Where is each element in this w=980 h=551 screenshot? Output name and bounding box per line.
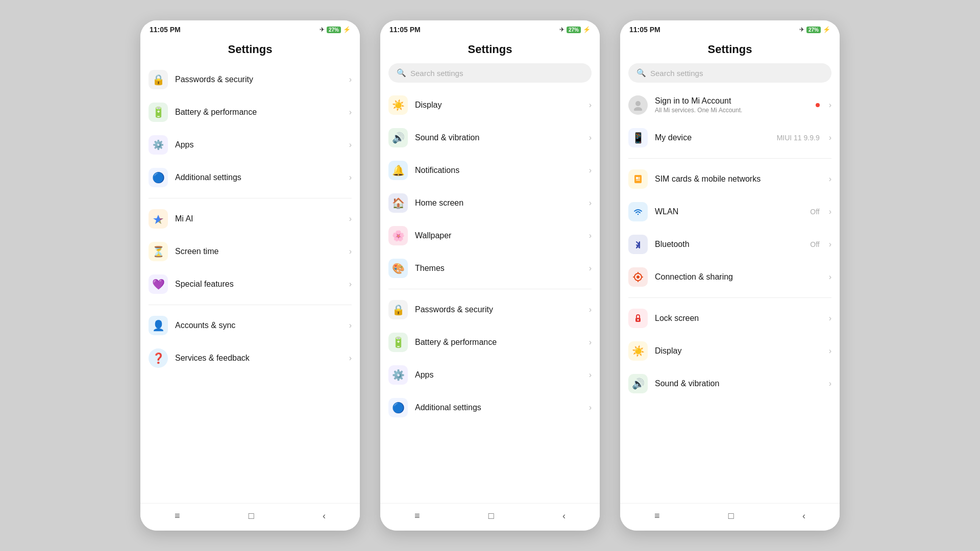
chevron-icon: › — [589, 264, 592, 273]
list-item[interactable]: 🔒 Passwords & security › — [380, 293, 600, 326]
item-label: Services & feedback — [175, 354, 342, 363]
chevron-icon: › — [349, 247, 352, 256]
list-item[interactable]: 🔔 Notifications › — [380, 154, 600, 187]
list-item[interactable]: ☀️ Display › — [620, 335, 840, 367]
item-value: MIUI 11 9.9.9 — [777, 134, 820, 142]
list-item[interactable]: WLAN Off › — [620, 195, 840, 228]
list-item[interactable]: ❓ Services & feedback › — [140, 342, 360, 374]
list-item[interactable]: 🏠 Home screen › — [380, 187, 600, 219]
search-bar-wrap-2: 🔍 Search settings — [380, 63, 600, 89]
airplane-icon: ✈ — [799, 26, 804, 33]
back-button[interactable]: ‹ — [802, 511, 805, 521]
battery-icon: 🔋 — [388, 333, 408, 352]
phone-panel-1: 11:05 PM ✈ 27% ⚡ Settings 🔒 Passwords & … — [140, 20, 360, 531]
item-label: Connection & sharing — [655, 272, 822, 282]
page-title-1: Settings — [140, 37, 360, 63]
menu-button[interactable]: ≡ — [414, 511, 420, 521]
section-divider — [149, 305, 352, 305]
list-item[interactable]: 🔊 Sound & vibration › — [620, 367, 840, 400]
item-label: Additional settings — [415, 403, 582, 412]
item-label: Passwords & security — [175, 75, 342, 84]
chevron-icon: › — [829, 272, 831, 282]
svg-rect-4 — [638, 177, 640, 179]
list-item[interactable]: Mi AI › — [140, 203, 360, 235]
notification-dot — [816, 103, 820, 107]
search-bar-2[interactable]: 🔍 Search settings — [388, 63, 592, 83]
chevron-icon: › — [589, 231, 592, 240]
status-icons-3: ✈ 27% ⚡ — [799, 26, 830, 33]
list-item[interactable]: ⚙️ Apps › — [140, 129, 360, 161]
svg-rect-5 — [636, 180, 640, 181]
home-button[interactable]: □ — [249, 511, 254, 521]
bottom-nav-1: ≡ □ ‹ — [140, 503, 360, 531]
avatar — [628, 95, 648, 115]
apps-icon: ⚙️ — [149, 135, 168, 155]
list-item[interactable]: 🌸 Wallpaper › — [380, 219, 600, 252]
page-title-3: Settings — [620, 37, 840, 63]
settings-scroll-1[interactable]: 🔒 Passwords & security › 🔋 Battery & per… — [140, 63, 360, 503]
miai-icon — [149, 209, 168, 229]
list-item[interactable]: 🔵 Additional settings › — [380, 391, 600, 424]
home-button[interactable]: □ — [488, 511, 494, 521]
back-button[interactable]: ‹ — [323, 511, 326, 521]
item-label: Additional settings — [175, 173, 342, 182]
list-item[interactable]: 🔒 Passwords & security › — [140, 63, 360, 96]
status-time-1: 11:05 PM — [150, 26, 181, 34]
charging-icon: ⚡ — [583, 26, 591, 33]
chevron-icon: › — [589, 370, 592, 380]
chevron-icon: › — [829, 240, 831, 249]
battery-badge-1: 27% — [327, 27, 341, 33]
phone-panel-2: 11:05 PM ✈ 27% ⚡ Settings 🔍 Search setti… — [380, 20, 600, 531]
chevron-icon: › — [829, 174, 831, 184]
svg-point-0 — [635, 101, 641, 106]
list-item[interactable]: 🔵 Additional settings › — [140, 161, 360, 194]
list-item[interactable]: Bluetooth Off › — [620, 228, 840, 261]
list-item[interactable]: Lock screen › — [620, 302, 840, 335]
list-item[interactable]: 🔋 Battery & performance › — [140, 96, 360, 129]
item-label: Mi AI — [175, 214, 342, 223]
back-button[interactable]: ‹ — [562, 511, 566, 521]
item-label: SIM cards & mobile networks — [655, 174, 822, 184]
svg-point-1 — [634, 107, 642, 111]
item-label: Accounts & sync — [175, 321, 342, 330]
status-bar-2: 11:05 PM ✈ 27% ⚡ — [380, 20, 600, 37]
section-divider — [628, 297, 831, 298]
list-item[interactable]: Connection & sharing › — [620, 261, 840, 293]
settings-scroll-2[interactable]: ☀️ Display › 🔊 Sound & vibration › 🔔 Not… — [380, 89, 600, 503]
item-label: Display — [415, 101, 582, 110]
list-item[interactable]: 🎨 Themes › — [380, 252, 600, 285]
list-item[interactable]: 🔋 Battery & performance › — [380, 326, 600, 359]
sim-icon — [628, 169, 648, 189]
list-item[interactable]: ⚙️ Apps › — [380, 359, 600, 391]
mi-account-item[interactable]: Sign in to Mi Account All Mi services. O… — [620, 89, 840, 121]
charging-icon: ⚡ — [343, 26, 351, 33]
services-icon: ❓ — [149, 348, 168, 368]
list-item[interactable]: 👤 Accounts & sync › — [140, 309, 360, 342]
item-label: Themes — [415, 264, 582, 273]
list-item[interactable]: ⏳ Screen time › — [140, 235, 360, 268]
list-item[interactable]: 💜 Special features › — [140, 268, 360, 300]
home-button[interactable]: □ — [728, 511, 734, 521]
list-item[interactable]: ☀️ Display › — [380, 89, 600, 121]
status-icons-1: ✈ 27% ⚡ — [320, 26, 351, 33]
chevron-icon: › — [349, 354, 352, 363]
list-item[interactable]: 🔊 Sound & vibration › — [380, 121, 600, 154]
status-bar-3: 11:05 PM ✈ 27% ⚡ — [620, 20, 840, 37]
chevron-icon: › — [589, 133, 592, 142]
settings-scroll-3[interactable]: Sign in to Mi Account All Mi services. O… — [620, 89, 840, 503]
phone-panel-3: 11:05 PM ✈ 27% ⚡ Settings 🔍 Search setti… — [620, 20, 840, 531]
item-label: Screen time — [175, 247, 342, 256]
page-title-2: Settings — [380, 37, 600, 63]
item-label: WLAN — [655, 207, 803, 216]
menu-button[interactable]: ≡ — [654, 511, 660, 521]
list-item[interactable]: 📱 My device MIUI 11 9.9.9 › — [620, 121, 840, 154]
menu-button[interactable]: ≡ — [175, 511, 180, 521]
apps-icon: ⚙️ — [388, 365, 408, 385]
list-item[interactable]: SIM cards & mobile networks › — [620, 163, 840, 195]
item-label: Home screen — [415, 198, 582, 208]
search-placeholder-2: Search settings — [410, 69, 463, 78]
special-icon: 💜 — [149, 274, 168, 294]
item-label: Lock screen — [655, 314, 822, 323]
themes-icon: 🎨 — [388, 259, 408, 278]
search-bar-3[interactable]: 🔍 Search settings — [628, 63, 831, 83]
